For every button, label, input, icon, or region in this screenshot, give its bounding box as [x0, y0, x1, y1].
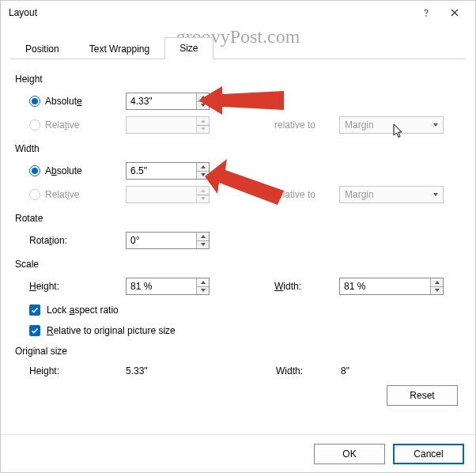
scale-width-input[interactable]: 81 %	[339, 278, 444, 295]
group-original-label: Original size	[15, 346, 461, 357]
original-width-value: 8"	[341, 365, 349, 377]
spin-up-icon[interactable]	[197, 278, 209, 287]
original-height-value: 5.33"	[126, 365, 148, 377]
scale-width-label: Width:	[274, 281, 301, 292]
width-relative-to-label: relative to	[274, 189, 315, 200]
width-absolute-label: Absolute	[45, 165, 82, 176]
ok-button[interactable]: OK	[314, 444, 385, 464]
original-height-label: Height:	[29, 365, 59, 377]
width-absolute-radio[interactable]	[29, 165, 40, 176]
rotation-label: Rotation:	[29, 235, 67, 246]
lock-aspect-checkbox[interactable]	[29, 305, 40, 316]
title-bar: Layout	[1, 1, 475, 25]
window-title: Layout	[9, 7, 412, 18]
spin-down-icon[interactable]	[197, 172, 209, 180]
spin-up-icon[interactable]	[197, 163, 209, 172]
close-button[interactable]	[440, 2, 469, 24]
cancel-button[interactable]: Cancel	[393, 444, 464, 464]
height-relative-to-combo: Margin	[339, 116, 444, 134]
tab-bar: Position Text Wrapping Size	[10, 36, 466, 59]
spin-down-icon[interactable]	[197, 241, 209, 249]
group-height-label: Height	[15, 74, 461, 85]
tab-position[interactable]: Position	[10, 38, 74, 59]
height-relative-label: Relative	[45, 119, 79, 131]
group-width-label: Width	[15, 143, 461, 154]
spin-down-icon[interactable]	[197, 287, 209, 295]
relative-original-checkbox[interactable]	[29, 325, 40, 336]
tab-size[interactable]: Size	[164, 37, 213, 59]
height-absolute-label: Absolute	[45, 96, 82, 107]
width-relative-label: Relative	[45, 189, 79, 200]
group-rotate-label: Rotate	[15, 213, 461, 224]
relative-original-label: Relative to original picture size	[47, 325, 176, 336]
scale-height-input[interactable]: 81 %	[126, 278, 210, 295]
height-relative-input	[126, 116, 210, 134]
width-relative-radio[interactable]	[29, 189, 40, 200]
chevron-down-icon	[429, 123, 443, 127]
group-scale-label: Scale	[15, 259, 461, 270]
lock-aspect-label: Lock aspect ratio	[47, 305, 119, 316]
width-relative-to-combo: Margin	[339, 186, 444, 203]
help-button[interactable]	[412, 2, 440, 24]
reset-button[interactable]: Reset	[387, 385, 458, 406]
width-relative-input	[126, 186, 210, 203]
spin-up-icon[interactable]	[197, 233, 209, 241]
tab-text-wrapping[interactable]: Text Wrapping	[74, 38, 164, 59]
spin-down-icon[interactable]	[197, 102, 209, 110]
chevron-down-icon	[429, 193, 443, 196]
height-relative-radio[interactable]	[29, 119, 40, 131]
height-relative-to-label: relative to	[274, 119, 315, 131]
width-absolute-input[interactable]: 6.5"	[126, 162, 210, 180]
spin-down-icon[interactable]	[431, 287, 443, 295]
original-width-label: Width:	[276, 365, 303, 377]
spin-up-icon[interactable]	[197, 93, 209, 102]
height-absolute-radio[interactable]	[29, 96, 40, 107]
scale-height-label: Height:	[29, 281, 59, 292]
height-absolute-input[interactable]: 4.33"	[126, 93, 210, 110]
dialog-footer: OK Cancel	[1, 434, 475, 472]
rotation-input[interactable]: 0°	[126, 232, 210, 249]
spin-up-icon[interactable]	[431, 278, 443, 287]
